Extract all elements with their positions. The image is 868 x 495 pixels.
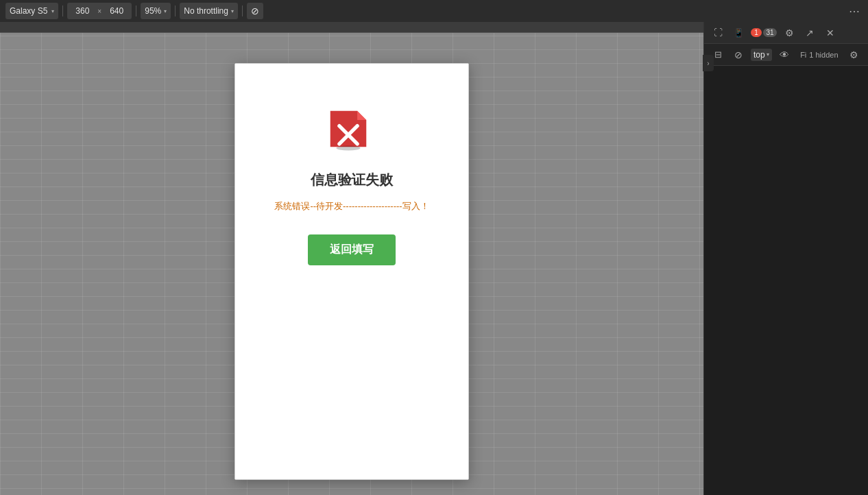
- inspect-icon: ⛶: [714, 27, 723, 38]
- separator-4: [242, 5, 243, 16]
- separator-2: [136, 5, 136, 16]
- zoom-selector[interactable]: 95% ▾: [141, 3, 171, 19]
- console-count: 31: [763, 28, 777, 37]
- collapse-panel-arrow[interactable]: ›: [703, 55, 714, 71]
- error-title: 信息验证失败: [311, 171, 393, 189]
- eye-button[interactable]: 👁: [776, 47, 793, 63]
- inspect-element-button[interactable]: ⛶: [710, 25, 726, 41]
- devtools-settings-button[interactable]: ⚙: [846, 47, 863, 63]
- hidden-count-label: 1 hidden: [809, 51, 838, 59]
- height-input[interactable]: [104, 6, 129, 16]
- separator-1: [62, 5, 63, 16]
- separator-3: [175, 5, 176, 16]
- dimensions-cross: ×: [96, 8, 103, 15]
- top-frame-label: top: [754, 50, 765, 60]
- share-button[interactable]: ↗: [801, 25, 818, 41]
- gear-icon: ⚙: [849, 49, 858, 60]
- wifi-icon: ⊘: [251, 5, 259, 16]
- svg-marker-1: [357, 111, 366, 120]
- device-frame: 信息验证失败 系统错误--待开发--------------------写入！ …: [234, 63, 469, 480]
- device-toolbar: Galaxy S5 ▾ × 95% ▾ No throttling ▾ ⊘ ⋯: [0, 0, 868, 22]
- close-icon: ✕: [826, 27, 834, 38]
- devtools-panel: ⛶ 📱 1 31 ⚙ ↗ ✕ ⊟: [703, 22, 868, 495]
- filter-label: Fi: [800, 51, 806, 59]
- error-logo-svg: [324, 105, 372, 153]
- device-panel: 信息验证失败 系统错误--待开发--------------------写入！ …: [0, 22, 703, 495]
- error-icon-container: [324, 105, 379, 160]
- throttle-label: No throttling: [184, 6, 228, 16]
- svg-point-4: [337, 146, 361, 151]
- close-devtools-button[interactable]: ✕: [822, 25, 839, 41]
- settings-button[interactable]: ⚙: [781, 25, 797, 41]
- return-button[interactable]: 返回填写: [308, 234, 396, 265]
- wifi-button[interactable]: ⊘: [247, 3, 263, 19]
- device-toggle-icon: 📱: [734, 28, 744, 38]
- devtools-toolbar: ⛶ 📱 1 31 ⚙ ↗ ✕: [704, 22, 868, 44]
- device-selector[interactable]: Galaxy S5 ▾: [5, 3, 58, 19]
- zoom-chevron: ▾: [164, 8, 167, 14]
- main-layout: 信息验证失败 系统错误--待开发--------------------写入！ …: [0, 22, 868, 495]
- zoom-label: 95%: [145, 6, 161, 16]
- horizontal-ruler: [0, 22, 703, 33]
- dimensions-input-group: ×: [67, 3, 132, 19]
- device-chevron: ▾: [51, 8, 54, 14]
- device-content: 信息验证失败 系统错误--待开发--------------------写入！ …: [235, 64, 468, 479]
- width-input[interactable]: [70, 6, 95, 16]
- share-icon: ↗: [806, 27, 814, 38]
- notification-group: 1 31: [751, 28, 777, 37]
- error-message: 系统错误--待开发--------------------写入！: [263, 200, 439, 213]
- notification-badge: 1: [751, 28, 762, 37]
- throttle-chevron: ▾: [231, 8, 234, 14]
- collapse-icon: ›: [707, 60, 709, 67]
- settings-icon: ⚙: [785, 27, 794, 38]
- more-options-button[interactable]: ⋯: [846, 5, 863, 18]
- eye-icon: 👁: [780, 49, 789, 60]
- top-frame-chevron: ▾: [767, 51, 769, 58]
- devtools-toolbar-2: ⊟ ⊘ top ▾ 👁 Fi 1 hidden ⚙: [704, 44, 868, 66]
- device-label: Galaxy S5: [10, 6, 47, 16]
- device-toggle-button[interactable]: 📱: [730, 25, 747, 41]
- sidebar-icon: ⊟: [714, 49, 722, 60]
- block-icon: ⊘: [734, 49, 743, 60]
- devtools-content-area: [704, 66, 868, 495]
- block-request-button[interactable]: ⊘: [730, 47, 747, 63]
- throttle-selector[interactable]: No throttling ▾: [180, 3, 238, 19]
- top-frame-selector[interactable]: top ▾: [751, 49, 772, 61]
- filter-info: Fi 1 hidden: [800, 51, 838, 59]
